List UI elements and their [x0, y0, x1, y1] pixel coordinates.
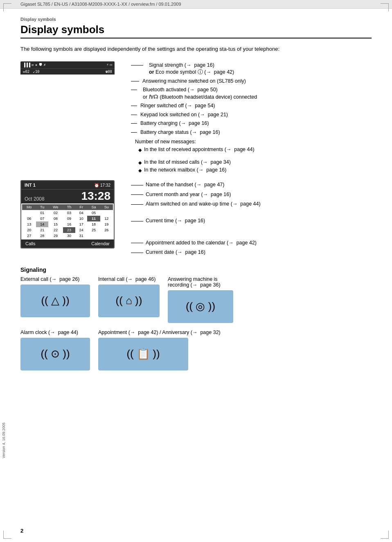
header-text: Gigaset SL785 / EN-US / A31008-M2009-XXX…: [20, 2, 181, 7]
alarm-clock-box: (( ⊙ )): [20, 338, 90, 370]
msg-missed-text: In the list of missed calls (→ page 34): [144, 158, 231, 166]
appointment-anniversary-box: (( 📋 )): [98, 338, 188, 370]
answering-recording-label: Answering machine isrecording (→ page 36…: [168, 276, 233, 288]
corner-tl: [3, 3, 11, 11]
msg-missed-item: ◆ In the list of missed calls (→ page 34…: [135, 158, 372, 166]
battery-charging-annotation: Battery charging (→ page 16): [137, 120, 212, 128]
phone-full-display: INT 1 ⏰ 17:32 Oct 2008 13:28 Mo Tu: [20, 177, 127, 258]
appointment-anniversary-item: Appointment (→ page 42) / Anniversary (→…: [98, 330, 221, 370]
signal-icon: ▐▐▐: [23, 63, 30, 67]
answering-icon: ✉: [32, 63, 34, 67]
answering-recording-box: (( ◎ )): [168, 290, 233, 323]
alarm-clock-label: Alarm clock (→ page 44): [20, 330, 90, 335]
header-bar: Gigaset SL785 / EN-US / A31008-M2009-XXX…: [0, 0, 392, 9]
phone-month-year: Oct 2008: [25, 196, 45, 202]
corner-bl: [3, 531, 11, 539]
alarm-clock-item: Alarm clock (→ page 44) (( ⊙ )): [20, 330, 90, 370]
corner-tr: [381, 3, 389, 11]
bluetooth-annotation: Bluetooth activated (→ page 50) or ℏ/☊ (…: [140, 86, 260, 101]
answering-annotation: Answering machine switched on (SL785 onl…: [139, 77, 249, 86]
number-messages-section: Number of new messages: ◆ In the list of…: [127, 139, 372, 174]
bluetooth-icon: ✶: [35, 63, 37, 67]
msg-mailbox-item: ◆ In the network mailbox (→ page 16): [135, 166, 372, 174]
page-title: Display symbols: [20, 23, 372, 38]
external-call-label: External call (→ page 26): [20, 276, 90, 282]
answering-recording-item: Answering machine isrecording (→ page 36…: [168, 276, 233, 323]
signaling-title: Signaling: [20, 266, 372, 273]
internal-call-box: (( ⌂ )): [98, 285, 160, 317]
phone-footer-right: Calendar: [91, 241, 110, 246]
keypad-icon: ✗: [44, 63, 46, 67]
page-number: 2: [20, 528, 23, 534]
ringer-annotation: Ringer switched off (→ page 54): [137, 102, 219, 110]
battery-status-annotation: Battery charge status (→ page 16): [137, 129, 223, 137]
phone-name: INT 1: [25, 183, 36, 187]
current-date-annotation: Current date (→ page 16): [143, 248, 205, 256]
battery-status-icon: ▭: [110, 63, 112, 67]
phone-time: 13:28: [81, 190, 110, 202]
phone-footer-left: Calls: [25, 241, 35, 246]
current-time-annotation: Current time (→ page 16): [143, 217, 205, 225]
msg-mailbox-text: In the network mailbox (→ page 16): [144, 166, 227, 174]
version-text: Version 4, 16.09.2005: [0, 421, 7, 460]
calendar-body: 01 02 03 04 05 06 07 08 0: [22, 210, 113, 239]
appointment-anniversary-label: Appointment (→ page 42) / Anniversary (→…: [98, 330, 221, 335]
calendar-header-row: Mo Tu We Th Fr Sa Su: [22, 204, 113, 210]
num-messages-title: Number of new messages:: [135, 139, 372, 145]
signaling-section: Signaling External call (→ page 26) (( △…: [20, 266, 372, 370]
internal-call-label: Internal call (→ page 46): [98, 276, 160, 282]
month-year-annotation: Current month and year (→ page 16): [143, 191, 231, 199]
intro-text: The following symbols are displayed inde…: [20, 45, 372, 53]
msg-missed-icon: ↙10: [33, 70, 39, 74]
external-call-box: (( △ )): [20, 285, 90, 317]
section-label: Display symbols: [20, 17, 372, 22]
handset-annotation: Name of the handset (→ page 47): [143, 181, 224, 189]
msg-appointments-icon: ✉02: [23, 70, 29, 74]
battery-charging-icon: ⚡: [106, 63, 108, 67]
msg-appointments-item: ◆ In the list of received appointments (…: [135, 146, 372, 154]
phone-diagram: ▐▐▐ ✉ ✶ ⛊ ✗ ⚡ ▭ ✉02 ↙10 ☎08: [20, 61, 127, 138]
signal-annotation: Signal strength (→ page 16) or Eco mode …: [146, 61, 237, 77]
corner-br: [381, 531, 389, 539]
upper-annotations: Signal strength (→ page 16) or Eco mode …: [127, 61, 372, 138]
lower-annotations: Name of the handset (→ page 47) Current …: [127, 177, 372, 258]
msg-appointments-text: In the list of received appointments (→ …: [144, 146, 255, 154]
keypad-annotation: Keypad lock switched on (→ page 21): [137, 111, 231, 119]
internal-call-item: Internal call (→ page 46) (( ⌂ )): [98, 276, 160, 323]
external-call-item: External call (→ page 26) (( △ )): [20, 276, 90, 323]
alarm-display: ⏰ 17:32: [94, 183, 110, 187]
appointment-cal-annotation: Appointment added to the calendar (→ pag…: [143, 239, 257, 247]
msg-mailbox-icon: ☎08: [106, 70, 112, 74]
alarm-annotation: Alarm switched on and wake-up time (→ pa…: [143, 200, 261, 208]
ringer-icon: ⛊: [39, 63, 43, 67]
